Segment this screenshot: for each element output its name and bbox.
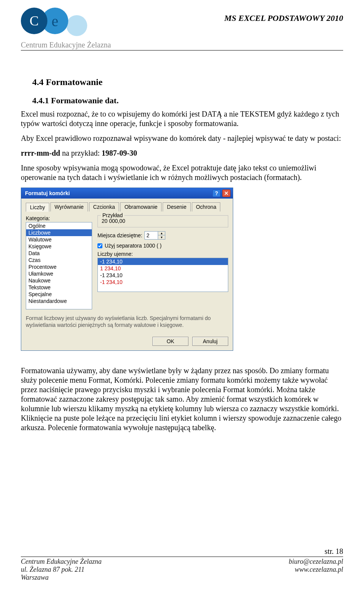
dialog-tabs: Liczby Wyrównanie Czcionka Obramowanie D…: [26, 202, 228, 211]
category-item[interactable]: Ogólne: [26, 222, 92, 229]
tab-border[interactable]: Obramowanie: [120, 202, 162, 211]
category-item[interactable]: Niestandardowe: [26, 298, 92, 304]
negative-item[interactable]: 1 234,10: [98, 265, 228, 272]
logo-caption: Centrum Edukacyjne Żelazna: [21, 41, 111, 49]
spinner-up-icon[interactable]: ▲: [158, 232, 165, 235]
thousands-separator-label: Użyj separatora 1000 ( ): [105, 243, 162, 249]
category-item[interactable]: Walutowe: [26, 236, 92, 243]
page-number: str. 18: [21, 547, 343, 557]
footer-email: biuro@cezelazna.pl: [289, 558, 343, 566]
thousands-separator-checkbox[interactable]: [97, 243, 102, 248]
negative-item[interactable]: -1 234,10: [98, 272, 228, 279]
logo-graphic: e C: [21, 8, 100, 40]
category-item[interactable]: Naukowe: [26, 277, 92, 284]
footer-address: ul. Żelazna 87 pok. 211: [21, 566, 102, 574]
tab-protection[interactable]: Ochrona: [192, 202, 221, 211]
negative-item[interactable]: -1 234,10: [98, 279, 228, 285]
dialog-description: Format liczbowy jest używany do wyświetl…: [26, 315, 228, 328]
decimals-input[interactable]: [145, 232, 158, 239]
tab-numbers[interactable]: Liczby: [26, 203, 49, 212]
negative-listbox[interactable]: -1 234,10 1 234,10 -1 234,10 -1 234,10: [97, 258, 228, 292]
document-title: MS EXCEL PODSTAWOWY 2010: [224, 13, 343, 23]
ok-button[interactable]: OK: [152, 337, 188, 346]
spinner-down-icon[interactable]: ▼: [158, 235, 165, 239]
category-item[interactable]: Data: [26, 250, 92, 257]
paragraph: Aby Excel prawidłowo rozpoznawał wpisywa…: [21, 134, 343, 143]
subsection-heading: 4.4.1 Formatowanie dat.: [32, 96, 343, 106]
logo-circle-light: [66, 15, 87, 36]
category-item[interactable]: Specjalne: [26, 291, 92, 298]
dialog-titlebar[interactable]: Formatuj komórki ? ✕: [21, 188, 233, 199]
category-item[interactable]: Liczbowe: [26, 229, 92, 236]
sample-fieldset: Przykład 20 000,00: [97, 215, 228, 227]
tab-alignment[interactable]: Wyrównanie: [50, 202, 88, 211]
category-item[interactable]: Księgowe: [26, 243, 92, 250]
category-item[interactable]: Procentowe: [26, 263, 92, 270]
negative-label: Liczby ujemne:: [97, 251, 228, 257]
tab-patterns[interactable]: Desenie: [163, 202, 190, 211]
sample-label: Przykład: [101, 212, 124, 218]
footer-web: www.cezelazna.pl: [289, 566, 343, 574]
category-listbox[interactable]: Ogólne Liczbowe Walutowe Księgowe Data C…: [26, 222, 92, 309]
section-heading: 4.4 Formatowanie: [32, 77, 343, 87]
date-format-pattern: rrrr-mm-dd: [21, 149, 60, 157]
paragraph: Inne sposoby wpisywania mogą spowodować,…: [21, 163, 343, 182]
paragraph-example: rrrr-mm-dd na przykład: 1987-09-30: [21, 148, 343, 158]
help-button[interactable]: ?: [212, 189, 221, 197]
format-cells-dialog: Formatuj komórki ? ✕ Liczby Wyrównanie C…: [21, 188, 233, 351]
page-footer: str. 18 Centrum Edukacyjne Żelazna ul. Ż…: [21, 547, 343, 582]
negative-item[interactable]: -1 234,10: [98, 258, 228, 265]
decimals-spinner[interactable]: ▲ ▼: [144, 231, 165, 240]
cancel-button[interactable]: Anuluj: [192, 337, 228, 346]
page-header: e C Centrum Edukacyjne Żelazna MS EXCEL …: [21, 8, 343, 50]
category-item[interactable]: Czas: [26, 257, 92, 263]
sample-value: 20 000,00: [102, 218, 224, 224]
footer-org: Centrum Edukacyjne Żelazna: [21, 558, 102, 566]
logo-circle-dark: C: [21, 8, 47, 34]
logo: e C Centrum Edukacyjne Żelazna: [21, 8, 111, 49]
paragraph: Formatowania używamy, aby dane wyświetla…: [21, 366, 343, 432]
category-label: Kategoria:: [26, 215, 92, 221]
dialog-title: Formatuj komórki: [25, 190, 70, 196]
category-item[interactable]: Ułamkowe: [26, 270, 92, 277]
text: na przykład:: [60, 149, 102, 157]
footer-city: Warszawa: [21, 574, 102, 582]
category-item[interactable]: Tekstowe: [26, 284, 92, 291]
paragraph: Excel musi rozpoznać, że to co wpisujemy…: [21, 109, 343, 128]
close-button[interactable]: ✕: [222, 189, 231, 197]
tab-font[interactable]: Czcionka: [89, 202, 119, 211]
date-format-example: 1987-09-30: [102, 149, 137, 157]
decimals-label: Miejsca dziesiętne:: [97, 232, 142, 238]
